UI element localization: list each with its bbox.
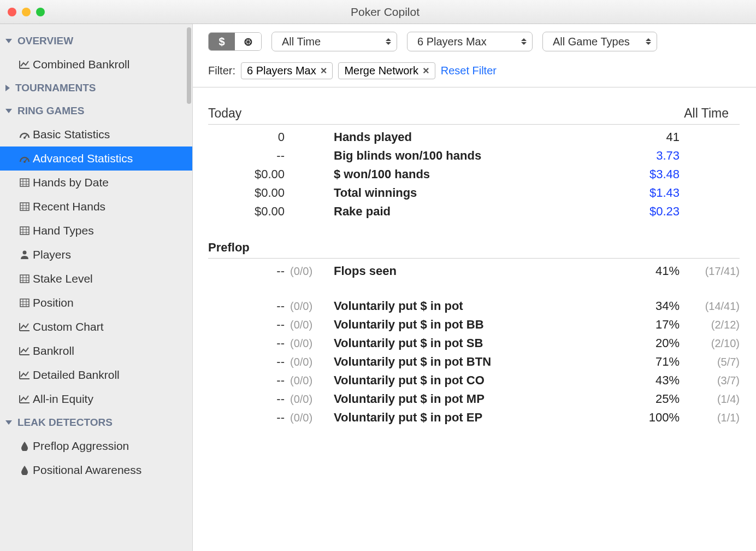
today-value: -- <box>208 336 285 350</box>
sidebar-item-positional-awareness[interactable]: Positional Awareness <box>0 458 192 482</box>
person-icon <box>16 250 33 260</box>
sidebar-item-label: Hand Types <box>33 224 94 237</box>
chart-icon <box>16 395 33 403</box>
today-value: $0.00 <box>208 186 285 200</box>
filter-chip[interactable]: 6 Players Max× <box>241 62 333 79</box>
today-fraction: (0/0) <box>285 265 326 278</box>
alltime-fraction: (2/12) <box>680 319 740 331</box>
sidebar-item-bankroll[interactable]: Bankroll <box>0 339 192 363</box>
chevron-down-icon <box>5 420 12 425</box>
stat-row: $0.00Total winnings$1.43 <box>193 184 756 202</box>
sidebar-item-custom-chart[interactable]: Custom Chart <box>0 315 192 339</box>
reset-filter-link[interactable]: Reset Filter <box>441 65 497 77</box>
window-title: Poker Copilot <box>45 5 756 19</box>
chart-icon <box>16 371 33 379</box>
alltime-value: 71% <box>614 355 680 369</box>
alltime-value: 34% <box>614 299 680 313</box>
sidebar-item-advanced-statistics[interactable]: Advanced Statistics <box>0 146 192 171</box>
stat-row: $0.00Rake paid$0.23 <box>193 202 756 221</box>
sidebar-item-players[interactable]: Players <box>0 243 192 267</box>
sidebar-item-basic-statistics[interactable]: Basic Statistics <box>0 122 192 146</box>
chevron-down-icon <box>5 109 12 113</box>
close-icon[interactable]: × <box>321 65 327 77</box>
today-value: -- <box>208 264 285 278</box>
today-fraction: (0/0) <box>285 319 326 331</box>
svg-rect-9 <box>20 203 29 210</box>
date-range-dropdown[interactable]: All Time <box>271 32 397 51</box>
stat-label: Voluntarily put $ in pot MP <box>326 392 614 406</box>
sidebar-item-preflop-aggression[interactable]: Preflop Aggression <box>0 434 192 458</box>
sidebar-item-label: Positional Awareness <box>33 464 141 477</box>
chevron-updown-icon <box>386 38 391 45</box>
sidebar-section-overview[interactable]: OVERVIEW <box>0 30 192 52</box>
svg-point-19 <box>23 251 27 255</box>
players-dropdown[interactable]: 6 Players Max <box>407 32 533 51</box>
minimize-window-button[interactable] <box>22 8 31 16</box>
stat-label: Voluntarily put $ in pot EP <box>326 411 614 425</box>
alltime-value: 43% <box>614 373 680 388</box>
sidebar-item-label: Position <box>33 296 74 309</box>
svg-line-1 <box>25 135 27 138</box>
sidebar-item-stake-level[interactable]: Stake Level <box>0 267 192 291</box>
grid-icon <box>16 274 33 283</box>
today-fraction: (0/0) <box>285 337 326 350</box>
alltime-value: 25% <box>614 392 680 406</box>
chevron-right-icon <box>5 85 10 91</box>
svg-rect-20 <box>20 275 29 283</box>
stat-row: $0.00$ won/100 hands$3.48 <box>193 165 756 184</box>
section-label: RING GAMES <box>17 105 84 117</box>
sidebar-item-position[interactable]: Position <box>0 291 192 315</box>
sidebar-item-label: Combined Bankroll <box>33 58 129 71</box>
titlebar: Poker Copilot <box>0 0 756 24</box>
col-alltime: All Time <box>614 106 740 121</box>
stat-label: Voluntarily put $ in pot CO <box>326 373 614 388</box>
sidebar-item-combined-bankroll[interactable]: Combined Bankroll <box>0 52 192 77</box>
game-type-dropdown[interactable]: All Game Types <box>542 32 657 51</box>
grid-icon <box>16 298 33 307</box>
toolbar: $ ⊛ All Time 6 Players Max All Game Type… <box>193 24 756 59</box>
chevron-updown-icon <box>521 38 527 45</box>
sidebar-item-recent-hands[interactable]: Recent Hands <box>0 195 192 219</box>
filter-label: Filter: <box>208 65 235 77</box>
chart-icon <box>16 347 33 355</box>
close-window-button[interactable] <box>8 8 16 16</box>
currency-off[interactable]: ⊛ <box>235 33 261 50</box>
currency-on[interactable]: $ <box>209 33 235 50</box>
sidebar-section-leak-detectors[interactable]: LEAK DETECTORS <box>0 411 192 434</box>
today-value: -- <box>208 318 285 332</box>
dropdown-value: 6 Players Max <box>417 36 487 48</box>
filter-bar: Filter: 6 Players Max×Merge Network× Res… <box>193 59 756 87</box>
zoom-window-button[interactable] <box>36 8 45 16</box>
scrollbar-thumb[interactable] <box>187 27 191 104</box>
currency-toggle[interactable]: $ ⊛ <box>208 32 262 51</box>
chip-label: Merge Network <box>344 65 418 77</box>
chevron-down-icon <box>5 39 12 43</box>
alltime-value: $1.43 <box>614 186 680 200</box>
filter-chip[interactable]: Merge Network× <box>338 62 435 79</box>
today-fraction: (0/0) <box>285 393 326 406</box>
today-fraction: (0/0) <box>285 300 326 313</box>
stat-row: --Big blinds won/100 hands3.73 <box>193 146 756 165</box>
sidebar-item-all-in-equity[interactable]: All-in Equity <box>0 387 192 411</box>
sidebar-item-label: Advanced Statistics <box>33 152 133 165</box>
divider <box>208 124 740 125</box>
sidebar-item-hands-by-date[interactable]: Hands by Date <box>0 171 192 195</box>
sidebar-item-hand-types[interactable]: Hand Types <box>0 219 192 243</box>
today-fraction: (0/0) <box>285 374 326 387</box>
stat-row: --(0/0)Voluntarily put $ in pot EP100%(1… <box>193 408 756 427</box>
sidebar: OVERVIEWCombined BankrollTOURNAMENTSRING… <box>0 24 193 551</box>
section-label: OVERVIEW <box>17 35 73 47</box>
sidebar-section-ring-games[interactable]: RING GAMES <box>0 99 192 122</box>
sidebar-item-detailed-bankroll[interactable]: Detailed Bankroll <box>0 363 192 387</box>
sidebar-item-label: All-in Equity <box>33 392 93 406</box>
stats-header: Today All Time <box>193 104 756 124</box>
alltime-fraction: (14/41) <box>680 300 740 313</box>
alltime-fraction: (5/7) <box>680 356 740 368</box>
alltime-value: 20% <box>614 336 680 350</box>
stat-row: 0Hands played41 <box>193 128 756 146</box>
alltime-value: 100% <box>614 411 680 425</box>
sidebar-section-tournaments[interactable]: TOURNAMENTS <box>0 77 192 99</box>
close-icon[interactable]: × <box>423 65 429 77</box>
gauge-icon <box>16 130 33 139</box>
today-value: $0.00 <box>208 167 285 181</box>
